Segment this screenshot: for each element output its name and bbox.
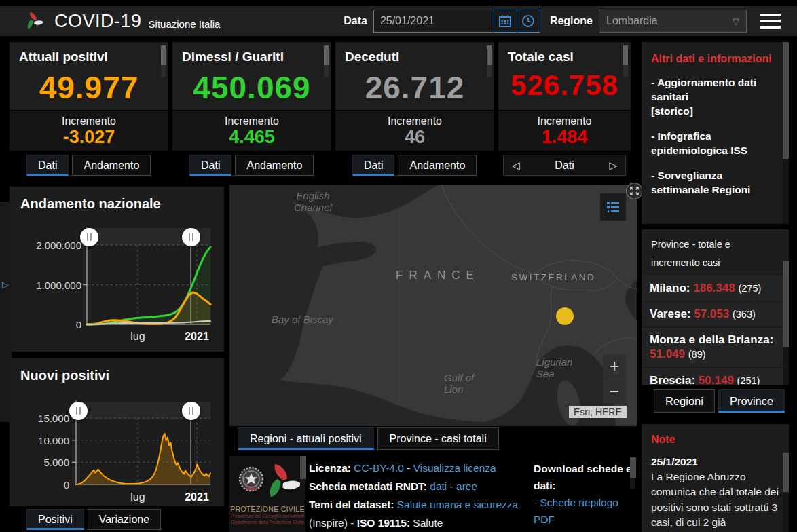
tab-dati[interactable]: Dati <box>555 159 574 172</box>
link-sorveglianza-regioni[interactable]: - Sorveglianza settimanale Regioni <box>651 169 778 197</box>
panel-nuovi-positivi: Nuovi positivi 15.000 10.000 5.000 0 lug… <box>10 358 224 506</box>
tab-dati[interactable]: Dati <box>26 155 69 176</box>
tab-variazione[interactable]: Variazione <box>88 509 161 530</box>
tab-andamento[interactable]: Andamento <box>398 155 477 176</box>
footer-logo-panel: PROTEZIONE CIVILE Presidenza del Consigl… <box>229 456 305 532</box>
link-infografica-iss[interactable]: - Infografica epidemiologica ISS <box>651 130 778 158</box>
scrollbar[interactable] <box>630 457 635 489</box>
province-name: Brescia: <box>650 374 695 385</box>
tab-regioni[interactable]: Regioni <box>654 390 715 413</box>
clock-icon <box>521 14 535 28</box>
tab-dati[interactable]: Dati <box>189 155 231 176</box>
section-title: Note <box>651 434 779 446</box>
panel-province: Province - totale e incremento casi Mila… <box>642 229 789 385</box>
tab-regioni-attuali-positivi[interactable]: Regioni - attuali positivi <box>238 428 374 450</box>
tab-positivi[interactable]: Positivi <box>26 509 84 530</box>
y-tick: 0 <box>14 319 81 330</box>
menu-button[interactable] <box>760 14 781 28</box>
province-total: 186.348 <box>693 282 735 294</box>
org-subtitle-1: Presidenza del Consiglio dei Ministri <box>229 513 305 519</box>
top-bar: COVID-19 Situazione Italia Data 25/01/20… <box>0 6 797 36</box>
scrollbar[interactable] <box>783 42 789 224</box>
metadata-aree-link[interactable]: aree <box>456 480 477 492</box>
card-attuali-positivi: Attuali positivi 49.977 Incremento -3.02… <box>10 42 168 151</box>
next-arrow-icon[interactable]: ▷ <box>609 159 617 172</box>
map-expand-button[interactable] <box>626 183 643 200</box>
app-title: COVID-19 <box>54 11 142 32</box>
prev-arrow-icon[interactable]: ◁ <box>512 159 520 172</box>
map-canvas <box>229 185 637 426</box>
protezione-civile-emblem-icon <box>235 459 300 501</box>
temi-link[interactable]: Salute umana e sicurezza <box>397 499 518 510</box>
tab-province-casi-totali[interactable]: Province - casi totali <box>377 428 499 450</box>
y-tick: 15.000 <box>1 413 69 424</box>
license-label: Licenza: <box>309 462 351 474</box>
increment-value: -3.027 <box>10 128 168 147</box>
expand-panel-arrow[interactable]: ▷ <box>2 280 9 290</box>
y-tick: 5.000 <box>1 457 69 468</box>
download-csv-json-link[interactable]: - Dati CSV / JSON <box>534 528 633 532</box>
increment-label: Incremento <box>498 115 631 128</box>
metadata-line: Scheda metadati RNDT: dati - aree <box>309 477 527 495</box>
time-slider-handle-left[interactable] <box>69 402 88 420</box>
time-slider-handle-right[interactable] <box>182 228 200 246</box>
iso-label: ISO 19115: <box>357 517 410 529</box>
increment-label: Incremento <box>172 115 331 128</box>
scrollbar[interactable] <box>300 456 305 491</box>
card-value: 26.712 <box>335 69 494 106</box>
tab-dati[interactable]: Dati <box>352 155 394 176</box>
metadata-dati-link[interactable]: dati <box>430 480 447 492</box>
org-subtitle-2: Dipartimento della Protezione Civile <box>229 519 305 525</box>
province-total: 50.149 <box>699 374 734 385</box>
map-label-bay-of-biscay: Bay of Biscay <box>272 314 333 325</box>
province-increment: (275) <box>738 283 761 294</box>
region-select[interactable]: Lombardia ▽ <box>599 10 747 33</box>
download-pdf-link[interactable]: - Schede riepilogo PDF <box>534 494 633 528</box>
time-slider-handle-right[interactable] <box>182 402 200 420</box>
card-title: Deceduti <box>335 42 494 64</box>
card-title: Totale casi <box>498 42 631 64</box>
increment-label: Incremento <box>335 115 494 128</box>
y-tick: 10.000 <box>1 435 69 446</box>
date-input[interactable]: 25/01/2021 <box>373 10 494 33</box>
time-slider-handle-left[interactable] <box>80 228 98 246</box>
province-total: 51.049 <box>650 347 685 360</box>
y-tick: 0 <box>1 479 69 491</box>
province-name: Milano: <box>650 282 690 294</box>
map-label-france: FRANCE <box>396 269 480 282</box>
zoom-in-button[interactable]: + <box>603 354 626 379</box>
link-aggiornamento-dati-sanitari[interactable]: - Aggiornamento dati sanitari [storico] <box>651 76 778 119</box>
tab-andamento[interactable]: Andamento <box>235 155 314 176</box>
province-row: Monza e della Brianza: 51.049 (89) <box>642 328 783 367</box>
card-deceduti: Deceduti 26.712 Incremento 46 Dati Andam… <box>335 42 494 151</box>
license-link[interactable]: CC-BY-4.0 <box>354 462 404 474</box>
note-text: La Regione Abruzzo comunica che dal tota… <box>651 470 779 531</box>
map-label-switzerland: SWITZERLAND <box>511 272 595 282</box>
province-row: Varese: 57.053 (363) <box>642 302 783 326</box>
card-totale-casi: Totale casi 526.758 Incremento 1.484 <box>498 42 631 151</box>
calendar-button[interactable] <box>494 10 517 33</box>
metadata-label: Scheda metadati RNDT: <box>309 480 427 492</box>
increment-label: Incremento <box>10 115 168 128</box>
zoom-out-button[interactable]: − <box>603 379 626 404</box>
card-value: 450.069 <box>172 69 331 106</box>
y-tick: 1.000.000 <box>14 280 81 291</box>
footer-download-block: Download schede e dati: - Schede riepilo… <box>534 460 633 532</box>
map-zoom-controls: + − <box>603 354 626 404</box>
increment-value: 1.484 <box>498 128 631 147</box>
time-button[interactable] <box>517 10 540 33</box>
scrollbar[interactable] <box>783 261 789 385</box>
footer-license-block: Licenza: CC-BY-4.0 - Visualizza licenza … <box>309 459 527 532</box>
card-value: 526.758 <box>498 69 631 102</box>
tab-province[interactable]: Province <box>718 390 785 413</box>
province-name: Monza e della Brianza: <box>650 333 773 346</box>
scrollbar[interactable] <box>783 453 789 532</box>
province-increment: (251) <box>737 375 760 385</box>
license-view-link[interactable]: Visualizza licenza <box>413 462 496 474</box>
province-increment: (89) <box>688 349 706 360</box>
map-legend-button[interactable] <box>600 193 626 221</box>
tab-andamento[interactable]: Andamento <box>72 155 151 176</box>
map[interactable]: English Channel FRANCE SWITZERLAND Bay o… <box>229 185 637 426</box>
region-marker-lombardia[interactable] <box>556 307 574 325</box>
protezione-civile-logo-icon <box>23 10 45 33</box>
